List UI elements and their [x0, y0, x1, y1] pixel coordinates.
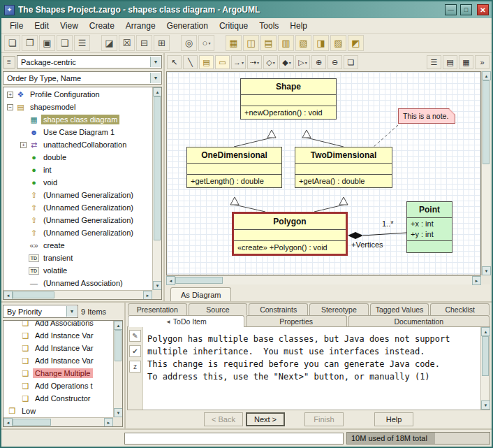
diagram-horizontal-scrollbar[interactable]: ◄► [166, 275, 481, 284]
uml-class-onedimensional[interactable]: OneDimensional +getLength() : double [186, 147, 282, 188]
uml-class-twodimensional[interactable]: TwoDimensional +getArea() : double [295, 147, 392, 188]
tree-item-double[interactable]: ●double [3, 151, 152, 164]
find-button[interactable]: ◎ [181, 35, 197, 51]
chevron-down-icon[interactable]: ▾ [289, 60, 291, 65]
grid-tool-button[interactable]: ▦ [459, 55, 473, 69]
scroll-up-icon[interactable]: ▲ [482, 71, 491, 80]
note-tool-button[interactable]: ❏ [344, 55, 358, 69]
tree-item-transient[interactable]: TDtransient [3, 252, 152, 264]
aggregation-tool-button[interactable]: ◇▾ [263, 55, 278, 69]
class-tool-button[interactable]: ▭ [215, 55, 230, 69]
todo-item[interactable]: ❑Add Constructor [3, 392, 113, 405]
scrollbar-thumb[interactable] [483, 80, 490, 164]
todo-horizontal-scrollbar[interactable]: ◄► [3, 417, 113, 426]
deployment-diagram-button[interactable]: ◨ [313, 35, 329, 51]
tree-item-generalization-2[interactable]: ⇧(Unnamed Generalization) [3, 201, 152, 214]
help-button[interactable]: Help [374, 412, 413, 426]
activity-diagram-button[interactable]: ▥ [278, 35, 294, 51]
todo-item[interactable]: ❑Add Instance Var [3, 354, 113, 367]
diagram-vertical-scrollbar[interactable]: ▲▼ [481, 71, 490, 275]
tab-properties[interactable]: Properties [246, 315, 347, 327]
chevron-down-icon[interactable]: ▼ [66, 306, 77, 317]
snooze-todo-button[interactable]: z [129, 361, 141, 373]
tab-constraints[interactable]: Constraints [249, 303, 308, 315]
package-tool-button[interactable]: ▤ [199, 55, 214, 69]
scrollbar-thumb[interactable] [115, 330, 122, 361]
scroll-left-icon[interactable]: ◄ [3, 418, 13, 427]
scroll-down-icon[interactable]: ▼ [481, 400, 490, 410]
open-button[interactable]: ❐ [22, 35, 38, 51]
scroll-right-icon[interactable]: ► [143, 291, 152, 300]
tree-item-generalization-1[interactable]: ⇧(Unnamed Generalization) [3, 189, 152, 201]
todo-item[interactable]: ❑Add Associations [3, 321, 113, 329]
resolve-todo-button[interactable]: ✔ [129, 345, 141, 357]
menu-create[interactable]: Create [84, 19, 120, 33]
tree-item-create[interactable]: «»create [3, 239, 152, 252]
tree-item-generalization-4[interactable]: ⇧(Unnamed Generalization) [3, 226, 152, 239]
attribute-tool-button[interactable]: ⊕ [311, 55, 326, 69]
scroll-left-icon[interactable]: ◄ [3, 291, 13, 300]
tab-source[interactable]: Source [189, 303, 248, 315]
next-button[interactable]: Next > [246, 412, 285, 426]
minimize-button[interactable]: — [445, 4, 457, 15]
print-button[interactable]: ☰ [74, 35, 90, 51]
uml-class-polygon[interactable]: Polygon «create» +Polygon() : void [232, 212, 348, 256]
scroll-down-icon[interactable]: ▼ [114, 408, 123, 417]
save-button[interactable]: ▣ [39, 35, 55, 51]
menu-help[interactable]: Help [284, 19, 313, 33]
uml-class-shape[interactable]: Shape +newOperation() : void [240, 78, 337, 120]
class-diagram-button[interactable]: ▦ [226, 35, 242, 51]
todo-grouping-combo[interactable]: By Priority ▼ [3, 305, 78, 318]
scroll-right-icon[interactable]: ► [472, 276, 481, 285]
new-todo-button[interactable]: ✎ [129, 330, 141, 342]
expander-icon[interactable]: − [7, 104, 13, 110]
explorer-horizontal-scrollbar[interactable]: ◄► [3, 290, 152, 299]
association-tool-button[interactable]: →▾ [231, 55, 246, 69]
menu-file[interactable]: File [4, 19, 29, 33]
tree-item-volatile[interactable]: TDvolatile [3, 264, 152, 277]
menu-edit[interactable]: Edit [29, 19, 54, 33]
tree-item-generalization-3[interactable]: ⇧(Unnamed Generalization) [3, 214, 152, 226]
chevron-down-icon[interactable]: ▾ [242, 60, 244, 65]
usecase-diagram-button[interactable]: ◫ [243, 35, 259, 51]
scroll-left-icon[interactable]: ◄ [166, 276, 175, 285]
sequence-diagram-button[interactable]: ▨ [330, 35, 346, 51]
menu-view[interactable]: View [54, 19, 84, 33]
tab-presentation[interactable]: Presentation [128, 303, 187, 315]
broom-tool-button[interactable]: ╲ [183, 55, 198, 69]
settings-button[interactable]: ◩ [348, 35, 364, 51]
toolbar-overflow-button[interactable]: » [475, 55, 490, 69]
tab-checklist[interactable]: Checklist [430, 303, 490, 315]
save-as-button[interactable]: ❑ [57, 35, 73, 51]
chevron-down-icon[interactable]: ▾ [257, 60, 259, 65]
uml-note[interactable]: This is a note. [398, 108, 455, 124]
scrollbar-thumb[interactable] [13, 419, 51, 426]
layers-tool-button[interactable]: ▤ [443, 55, 457, 69]
chevron-down-icon[interactable]: ▾ [305, 60, 307, 65]
composition-tool-button[interactable]: ◆▾ [279, 55, 294, 69]
todo-item[interactable]: ❑Add Instance Var [3, 329, 113, 342]
ordering-combo[interactable]: Order By Type, Name ▼ [3, 71, 162, 85]
configure-perspectives-button[interactable]: ≡ [3, 56, 15, 68]
tab-documentation[interactable]: Documentation [348, 315, 490, 327]
tree-item-unattached-collaboration[interactable]: +⇄unattachedCollaboration [3, 138, 152, 151]
maximize-button[interactable]: □ [460, 4, 472, 15]
close-button[interactable]: ✕ [477, 4, 489, 15]
expander-icon[interactable]: + [7, 92, 13, 98]
stack-tool-button[interactable]: ☰ [427, 55, 441, 69]
diagram-canvas[interactable]: Shape +newOperation() : void This is a n… [166, 71, 481, 275]
todo-folder-low[interactable]: ❒Low [3, 405, 113, 417]
todo-vertical-scrollbar[interactable]: ▲▼ [113, 321, 122, 417]
tree-item-use-case-diagram[interactable]: ☻Use Case Diagram 1 [3, 126, 152, 138]
finish-button[interactable]: Finish [304, 412, 344, 426]
scrollbar-thumb[interactable] [13, 291, 54, 298]
menu-arrange[interactable]: Arrange [120, 19, 161, 33]
menu-generation[interactable]: Generation [161, 19, 214, 33]
perspective-combo[interactable]: Package-centric ▼ [17, 55, 162, 68]
collaboration-diagram-button[interactable]: ▧ [295, 35, 311, 51]
new-button[interactable]: ❏ [4, 35, 20, 51]
scroll-up-icon[interactable]: ▲ [153, 87, 162, 96]
tree-item-shapesmodel[interactable]: −▤shapesmodel [3, 101, 152, 113]
scroll-down-icon[interactable]: ▼ [153, 281, 162, 290]
tree-item-int[interactable]: ●int [3, 164, 152, 176]
